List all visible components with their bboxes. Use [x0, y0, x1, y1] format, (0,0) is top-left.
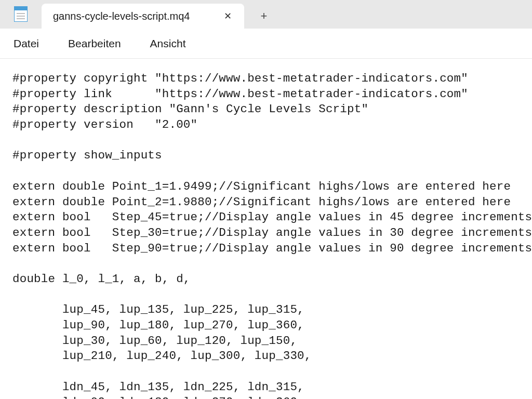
new-tab-button[interactable]: + [254, 6, 274, 26]
titlebar: ganns-cycle-levels-script.mq4 ✕ + [0, 0, 532, 29]
tab-title: ganns-cycle-levels-script.mq4 [53, 10, 220, 22]
menubar: Datei Bearbeiten Ansicht [0, 29, 532, 59]
menu-view[interactable]: Ansicht [148, 34, 188, 53]
file-tab[interactable]: ganns-cycle-levels-script.mq4 ✕ [42, 4, 244, 29]
menu-edit[interactable]: Bearbeiten [66, 34, 123, 53]
notepad-icon [14, 6, 28, 22]
close-tab-button[interactable]: ✕ [220, 9, 235, 23]
app-icon [11, 5, 30, 23]
code-editor[interactable]: #property copyright "https://www.best-me… [0, 59, 532, 399]
menu-file[interactable]: Datei [11, 34, 41, 53]
